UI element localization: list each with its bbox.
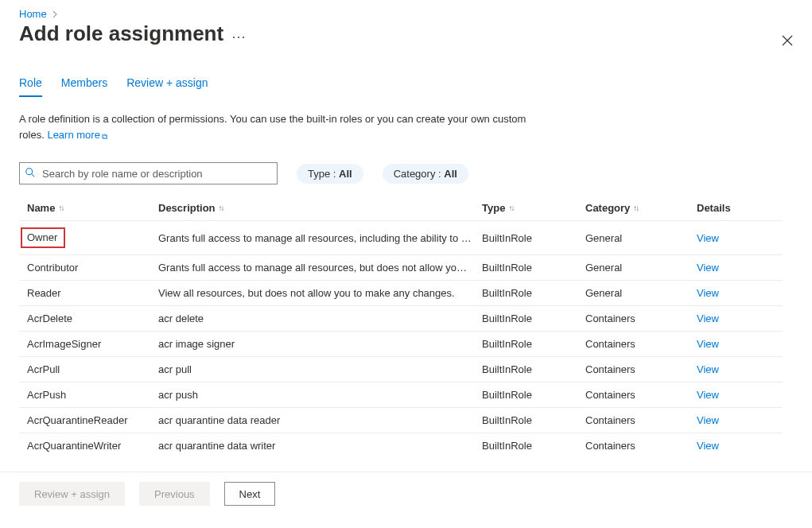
role-description-cell: acr push <box>158 389 482 401</box>
role-category-cell: Containers <box>585 313 697 324</box>
view-details-link[interactable]: View <box>697 313 719 324</box>
table-row[interactable]: AcrPushacr pushBuiltInRoleContainersView <box>19 382 783 407</box>
sort-icon: ↑↓ <box>508 204 513 212</box>
role-type-cell: BuiltInRole <box>482 363 585 375</box>
highlight-box: Owner <box>21 227 65 248</box>
search-input[interactable] <box>19 162 278 184</box>
intro-text: A role definition is a collection of per… <box>19 111 528 145</box>
sort-icon: ↑↓ <box>58 204 63 212</box>
view-details-link[interactable]: View <box>697 287 719 299</box>
view-details-link[interactable]: View <box>697 232 719 244</box>
role-description-cell: View all resources, but does not allow y… <box>158 287 482 299</box>
role-name-cell: Contributor <box>27 262 158 274</box>
view-details-link[interactable]: View <box>697 414 719 426</box>
role-name-cell: Owner <box>27 227 158 248</box>
svg-point-0 <box>26 169 33 175</box>
role-description-cell: acr delete <box>158 313 482 324</box>
table-header: Name↑↓ Description↑↓ Type↑↓ Category↑↓ D… <box>19 196 783 220</box>
role-category-cell: General <box>585 287 697 299</box>
view-details-link[interactable]: View <box>697 262 719 274</box>
page-title: Add role assignment <box>19 21 223 46</box>
table-row[interactable]: ContributorGrants full access to manage … <box>19 254 783 280</box>
role-type-cell: BuiltInRole <box>482 262 585 274</box>
role-description-cell: acr pull <box>158 363 482 375</box>
role-category-cell: Containers <box>585 414 697 426</box>
role-name-cell: AcrPush <box>27 389 158 401</box>
role-name-cell: AcrDelete <box>27 313 158 324</box>
search-icon <box>25 167 36 181</box>
role-name-cell: AcrPull <box>27 363 158 375</box>
tab-members[interactable]: Members <box>61 72 107 97</box>
column-header-name[interactable]: Name↑↓ <box>27 202 158 214</box>
view-details-link[interactable]: View <box>697 363 719 375</box>
role-description-cell: Grants full access to manage all resourc… <box>158 262 482 274</box>
type-filter-pill[interactable]: Type : All <box>297 164 363 184</box>
role-description-cell: acr image signer <box>158 338 482 350</box>
role-description-cell: acr quarantine data writer <box>158 440 482 452</box>
role-name-cell: Reader <box>27 287 158 299</box>
next-button[interactable]: Next <box>224 482 276 506</box>
external-link-icon: ⧉ <box>102 132 107 141</box>
role-type-cell: BuiltInRole <box>482 232 585 244</box>
role-category-cell: General <box>585 262 697 274</box>
learn-more-link[interactable]: Learn more⧉ <box>47 129 107 141</box>
tabs: Role Members Review + assign <box>19 72 809 97</box>
role-type-cell: BuiltInRole <box>482 389 585 401</box>
review-assign-button: Review + assign <box>19 482 125 506</box>
role-type-cell: BuiltInRole <box>482 440 585 452</box>
view-details-link[interactable]: View <box>697 389 719 401</box>
table-row[interactable]: OwnerGrants full access to manage all re… <box>19 220 783 254</box>
role-category-cell: Containers <box>585 338 697 350</box>
chevron-right-icon <box>52 10 58 19</box>
table-row[interactable]: AcrPullacr pullBuiltInRoleContainersView <box>19 356 783 382</box>
role-type-cell: BuiltInRole <box>482 414 585 426</box>
role-category-cell: Containers <box>585 363 697 375</box>
role-description-cell: acr quarantine data reader <box>158 414 482 426</box>
column-header-description[interactable]: Description↑↓ <box>158 202 482 214</box>
column-header-category[interactable]: Category↑↓ <box>585 202 697 214</box>
view-details-link[interactable]: View <box>697 338 719 350</box>
role-category-cell: Containers <box>585 389 697 401</box>
column-header-type[interactable]: Type↑↓ <box>482 202 585 214</box>
view-details-link[interactable]: View <box>697 440 719 452</box>
column-header-details: Details <box>697 202 776 214</box>
breadcrumb: Home <box>19 8 793 20</box>
horizontal-scrollbar[interactable] <box>0 515 812 528</box>
roles-table: Name↑↓ Description↑↓ Type↑↓ Category↑↓ D… <box>19 196 783 458</box>
role-type-cell: BuiltInRole <box>482 313 585 324</box>
previous-button: Previous <box>139 482 210 506</box>
search-input-wrapper <box>19 162 278 184</box>
close-icon <box>782 35 793 46</box>
table-row[interactable]: AcrQuarantineWriteracr quarantine data w… <box>19 433 783 458</box>
content-scroll-area[interactable]: Role Members Review + assign A role defi… <box>0 46 812 472</box>
role-name-cell: AcrQuarantineWriter <box>27 440 158 452</box>
footer-actions: Review + assign Previous Next <box>0 472 812 515</box>
tab-review-assign[interactable]: Review + assign <box>126 72 208 97</box>
role-name-cell: AcrImageSigner <box>27 338 158 350</box>
role-description-cell: Grants full access to manage all resourc… <box>158 232 482 244</box>
tab-role[interactable]: Role <box>19 72 42 97</box>
more-actions-icon[interactable]: ⋯ <box>231 23 247 45</box>
svg-line-1 <box>32 174 35 177</box>
role-category-cell: General <box>585 232 697 244</box>
role-category-cell: Containers <box>585 440 697 452</box>
sort-icon: ↑↓ <box>633 204 638 212</box>
role-name-cell: AcrQuarantineReader <box>27 414 158 426</box>
table-row[interactable]: AcrQuarantineReaderacr quarantine data r… <box>19 407 783 433</box>
role-type-cell: BuiltInRole <box>482 338 585 350</box>
sort-icon: ↑↓ <box>219 204 223 212</box>
category-filter-pill[interactable]: Category : All <box>383 164 468 184</box>
table-row[interactable]: ReaderView all resources, but does not a… <box>19 280 783 305</box>
table-row[interactable]: AcrImageSigneracr image signerBuiltInRol… <box>19 331 783 356</box>
table-row[interactable]: AcrDeleteacr deleteBuiltInRoleContainers… <box>19 305 783 331</box>
role-type-cell: BuiltInRole <box>482 287 585 299</box>
breadcrumb-home-link[interactable]: Home <box>19 8 47 20</box>
